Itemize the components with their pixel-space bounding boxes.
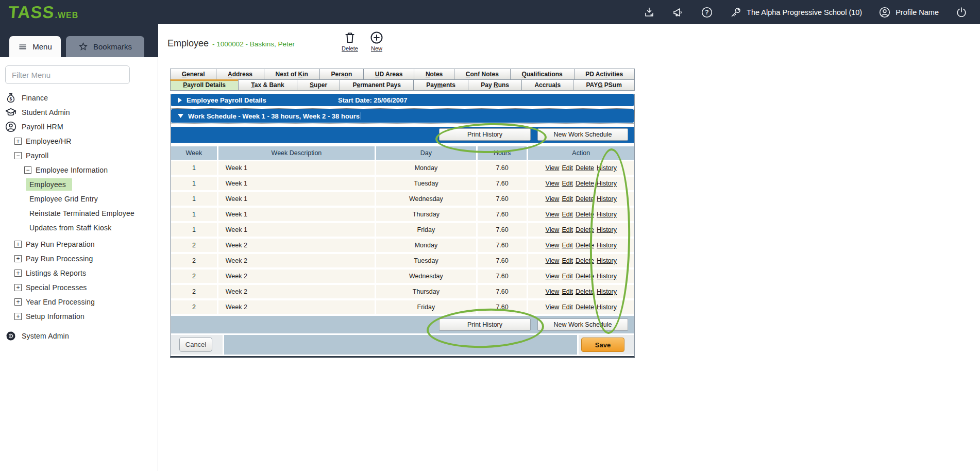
sidebar-item-year-end-processing[interactable]: + Year End Processing	[0, 295, 158, 309]
history-link[interactable]: History	[597, 226, 617, 233]
delete-button[interactable]: Delete	[340, 30, 360, 52]
delete-link[interactable]: Delete	[576, 242, 594, 249]
section-employee-payroll-details[interactable]: Employee Payroll Details Start Date: 25/…	[171, 94, 634, 106]
tab-payments[interactable]: Payments	[413, 79, 468, 91]
edit-link[interactable]: Edit	[562, 164, 573, 172]
view-link[interactable]: View	[546, 304, 560, 311]
history-link[interactable]: History	[597, 242, 617, 249]
sidebar-item-listings-reports[interactable]: + Listings & Reports	[0, 266, 158, 280]
sidebar-item-employee-grid-entry[interactable]: Employee Grid Entry	[0, 192, 158, 206]
expand-icon[interactable]: +	[14, 270, 22, 277]
view-link[interactable]: View	[546, 195, 560, 203]
expand-icon[interactable]: +	[14, 255, 22, 262]
history-link[interactable]: History	[597, 257, 617, 264]
sidebar-item-finance[interactable]: $ Finance	[0, 91, 158, 105]
sidebar-item-system-admin[interactable]: System Admin	[0, 329, 158, 343]
edit-link[interactable]: Edit	[562, 211, 573, 218]
sidebar-item-reinstate-terminated-employee[interactable]: Reinstate Terminated Employee	[0, 206, 158, 221]
tab-pd-activities[interactable]: PD Activities	[574, 69, 635, 80]
edit-link[interactable]: Edit	[562, 180, 573, 187]
tab-qualifications[interactable]: Qualifications	[510, 69, 575, 80]
sidebar-item-updates-from-staff-kiosk[interactable]: Updates from Staff Kiosk	[0, 221, 158, 235]
company-switcher[interactable]: The Alpha Progressive School (10)	[730, 6, 862, 19]
tab-payroll-details-active[interactable]: Payroll Details	[170, 79, 239, 91]
sidebar-item-pay-run-preparation[interactable]: + Pay Run Preparation	[0, 237, 158, 251]
view-link[interactable]: View	[546, 288, 560, 295]
save-button[interactable]: Save	[581, 338, 624, 352]
delete-link[interactable]: Delete	[576, 195, 594, 203]
sidebar-item-employee-information[interactable]: − Employee Information	[0, 163, 158, 177]
sidebar-item-setup-information[interactable]: + Setup Information	[0, 309, 158, 324]
print-history-button-top[interactable]: Print History	[439, 128, 531, 141]
delete-link[interactable]: Delete	[576, 164, 594, 172]
view-link[interactable]: View	[546, 164, 560, 172]
sidebar-item-employees-selected[interactable]: Employees	[0, 177, 158, 192]
expand-icon[interactable]: +	[14, 298, 22, 306]
collapse-icon[interactable]: −	[14, 152, 22, 159]
sidebar-item-pay-run-processing[interactable]: + Pay Run Processing	[0, 251, 158, 266]
new-work-schedule-button-bottom[interactable]: New Work Schedule	[537, 318, 628, 331]
edit-link[interactable]: Edit	[562, 242, 573, 249]
expand-icon[interactable]: +	[14, 241, 22, 248]
expand-icon[interactable]: +	[14, 138, 22, 145]
filter-menu-input[interactable]	[5, 65, 130, 84]
view-link[interactable]: View	[546, 257, 560, 264]
view-link[interactable]: View	[546, 180, 560, 187]
delete-link[interactable]: Delete	[576, 180, 594, 187]
new-work-schedule-button-top[interactable]: New Work Schedule	[537, 128, 628, 141]
view-link[interactable]: View	[546, 211, 560, 218]
tab-person[interactable]: Person	[319, 69, 364, 80]
history-link[interactable]: History	[597, 304, 617, 311]
power-icon[interactable]	[955, 6, 968, 19]
tab-notes[interactable]: Notes	[414, 69, 454, 80]
delete-link[interactable]: Delete	[576, 304, 594, 311]
delete-link[interactable]: Delete	[576, 211, 594, 218]
question-circle-icon[interactable]: ?	[701, 6, 713, 19]
tab-address[interactable]: Address	[216, 69, 264, 80]
delete-link[interactable]: Delete	[576, 288, 594, 295]
edit-link[interactable]: Edit	[562, 195, 573, 203]
view-link[interactable]: View	[546, 273, 560, 280]
history-link[interactable]: History	[597, 288, 617, 295]
history-link[interactable]: History	[597, 273, 617, 280]
edit-link[interactable]: Edit	[562, 288, 573, 295]
history-link[interactable]: History	[597, 180, 617, 187]
collapse-icon[interactable]: −	[24, 166, 31, 174]
sidebar-item-special-processes[interactable]: + Special Processes	[0, 280, 158, 295]
megaphone-icon[interactable]	[672, 6, 684, 19]
new-button[interactable]: New	[367, 30, 386, 52]
tab-ud-areas[interactable]: UD Areas	[363, 69, 414, 80]
history-link[interactable]: History	[597, 211, 617, 218]
tab-next-of-kin[interactable]: Next of Kin	[264, 69, 320, 80]
edit-link[interactable]: Edit	[562, 257, 573, 264]
tab-menu[interactable]: Menu	[9, 36, 61, 57]
history-link[interactable]: History	[597, 164, 617, 172]
tab-payg-psum[interactable]: PAYG PSum	[573, 79, 635, 91]
expand-icon[interactable]: +	[14, 313, 22, 320]
tab-bookmarks[interactable]: Bookmarks	[66, 36, 144, 57]
tab-conf-notes[interactable]: Conf Notes	[454, 69, 511, 80]
delete-link[interactable]: Delete	[576, 226, 594, 233]
tab-permanent-pays[interactable]: Permanent Pays	[340, 79, 414, 91]
tab-general[interactable]: General	[170, 69, 216, 80]
tab-pay-runs[interactable]: Pay Runs	[468, 79, 522, 91]
sidebar-item-employee-hr[interactable]: + Employee/HR	[0, 134, 158, 148]
edit-link[interactable]: Edit	[562, 226, 573, 233]
view-link[interactable]: View	[546, 242, 560, 249]
profile-menu[interactable]: Profile Name	[878, 6, 939, 19]
edit-link[interactable]: Edit	[562, 273, 573, 280]
view-link[interactable]: View	[546, 226, 560, 233]
delete-link[interactable]: Delete	[576, 257, 594, 264]
tab-accruals[interactable]: Accruals	[521, 79, 573, 91]
download-icon[interactable]	[643, 6, 655, 19]
expand-icon[interactable]: +	[14, 284, 22, 291]
edit-link[interactable]: Edit	[562, 304, 573, 311]
history-link[interactable]: History	[597, 195, 617, 203]
print-history-button-bottom[interactable]: Print History	[439, 318, 531, 331]
section-work-schedule[interactable]: Work Schedule - Week 1 - 38 hours, Week …	[171, 109, 634, 123]
tab-super[interactable]: Super	[297, 79, 340, 91]
delete-link[interactable]: Delete	[576, 273, 594, 280]
sidebar-item-payroll-hrm[interactable]: Payroll HRM	[0, 120, 158, 134]
sidebar-item-student-admin[interactable]: Student Admin	[0, 105, 158, 120]
tab-tax-bank[interactable]: Tax & Bank	[238, 79, 297, 91]
